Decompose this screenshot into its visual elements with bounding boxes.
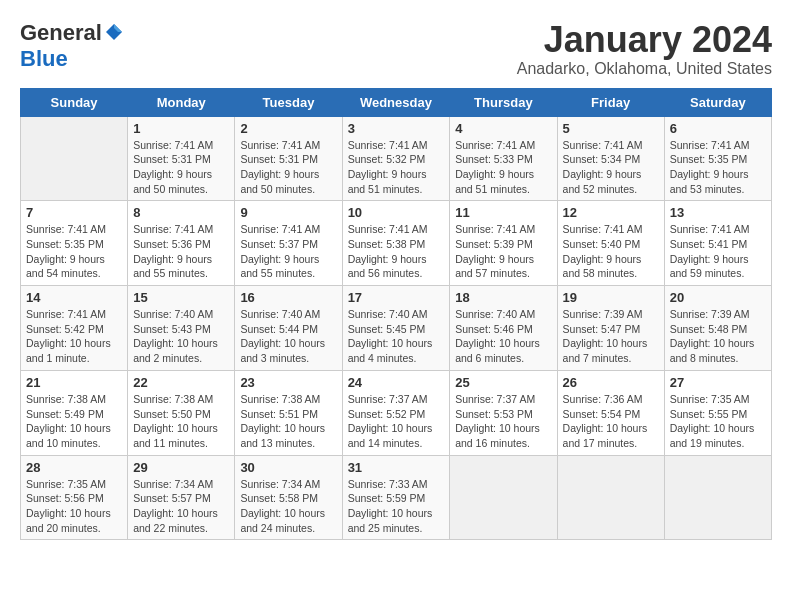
day-info: Sunrise: 7:41 AMSunset: 5:36 PMDaylight:… — [133, 222, 229, 281]
day-info-line: and 6 minutes. — [455, 351, 551, 366]
day-info: Sunrise: 7:41 AMSunset: 5:40 PMDaylight:… — [563, 222, 659, 281]
day-number: 14 — [26, 290, 122, 305]
calendar-header-row: SundayMondayTuesdayWednesdayThursdayFrid… — [21, 88, 772, 116]
day-cell: 14Sunrise: 7:41 AMSunset: 5:42 PMDayligh… — [21, 286, 128, 371]
calendar-table: SundayMondayTuesdayWednesdayThursdayFrid… — [20, 88, 772, 541]
col-header-thursday: Thursday — [450, 88, 557, 116]
day-info-line: Daylight: 9 hours — [133, 167, 229, 182]
day-info-line: and 50 minutes. — [240, 182, 336, 197]
day-cell: 25Sunrise: 7:37 AMSunset: 5:53 PMDayligh… — [450, 370, 557, 455]
week-row-1: 1Sunrise: 7:41 AMSunset: 5:31 PMDaylight… — [21, 116, 772, 201]
day-info: Sunrise: 7:37 AMSunset: 5:52 PMDaylight:… — [348, 392, 445, 451]
day-info-line: Sunrise: 7:41 AM — [563, 222, 659, 237]
day-info-line: Sunrise: 7:40 AM — [455, 307, 551, 322]
day-info-line: Sunrise: 7:41 AM — [348, 222, 445, 237]
logo-icon — [104, 22, 124, 42]
day-cell: 20Sunrise: 7:39 AMSunset: 5:48 PMDayligh… — [664, 286, 771, 371]
day-info-line: Daylight: 10 hours — [26, 421, 122, 436]
day-info-line: Daylight: 10 hours — [26, 336, 122, 351]
day-info-line: Sunrise: 7:41 AM — [26, 222, 122, 237]
day-info-line: Daylight: 10 hours — [670, 421, 766, 436]
day-info-line: Daylight: 9 hours — [348, 252, 445, 267]
day-number: 27 — [670, 375, 766, 390]
day-info-line: Sunrise: 7:41 AM — [26, 307, 122, 322]
day-cell: 13Sunrise: 7:41 AMSunset: 5:41 PMDayligh… — [664, 201, 771, 286]
day-info-line: Sunset: 5:42 PM — [26, 322, 122, 337]
day-info: Sunrise: 7:35 AMSunset: 5:56 PMDaylight:… — [26, 477, 122, 536]
day-number: 4 — [455, 121, 551, 136]
day-number: 18 — [455, 290, 551, 305]
day-info-line: Sunset: 5:38 PM — [348, 237, 445, 252]
day-info-line: and 19 minutes. — [670, 436, 766, 451]
day-number: 15 — [133, 290, 229, 305]
day-info-line: Sunrise: 7:41 AM — [240, 138, 336, 153]
day-info-line: Sunset: 5:35 PM — [26, 237, 122, 252]
day-info-line: Sunset: 5:36 PM — [133, 237, 229, 252]
day-info-line: Sunset: 5:37 PM — [240, 237, 336, 252]
day-cell: 21Sunrise: 7:38 AMSunset: 5:49 PMDayligh… — [21, 370, 128, 455]
day-info: Sunrise: 7:34 AMSunset: 5:57 PMDaylight:… — [133, 477, 229, 536]
day-info: Sunrise: 7:38 AMSunset: 5:49 PMDaylight:… — [26, 392, 122, 451]
day-info-line: and 25 minutes. — [348, 521, 445, 536]
day-info-line: Sunrise: 7:34 AM — [133, 477, 229, 492]
day-info: Sunrise: 7:40 AMSunset: 5:46 PMDaylight:… — [455, 307, 551, 366]
day-info: Sunrise: 7:41 AMSunset: 5:38 PMDaylight:… — [348, 222, 445, 281]
day-info-line: Sunset: 5:53 PM — [455, 407, 551, 422]
day-cell — [21, 116, 128, 201]
day-info-line: Daylight: 10 hours — [133, 421, 229, 436]
day-info-line: Sunset: 5:59 PM — [348, 491, 445, 506]
day-info-line: Sunset: 5:44 PM — [240, 322, 336, 337]
day-number: 24 — [348, 375, 445, 390]
day-info-line: Sunset: 5:32 PM — [348, 152, 445, 167]
day-number: 25 — [455, 375, 551, 390]
day-info-line: and 24 minutes. — [240, 521, 336, 536]
day-info: Sunrise: 7:35 AMSunset: 5:55 PMDaylight:… — [670, 392, 766, 451]
day-info: Sunrise: 7:33 AMSunset: 5:59 PMDaylight:… — [348, 477, 445, 536]
day-info-line: Sunset: 5:57 PM — [133, 491, 229, 506]
col-header-friday: Friday — [557, 88, 664, 116]
day-info-line: Daylight: 10 hours — [26, 506, 122, 521]
day-info-line: Sunset: 5:55 PM — [670, 407, 766, 422]
col-header-saturday: Saturday — [664, 88, 771, 116]
day-cell: 9Sunrise: 7:41 AMSunset: 5:37 PMDaylight… — [235, 201, 342, 286]
day-info-line: Daylight: 10 hours — [563, 336, 659, 351]
day-cell: 5Sunrise: 7:41 AMSunset: 5:34 PMDaylight… — [557, 116, 664, 201]
day-info-line: and 51 minutes. — [455, 182, 551, 197]
day-number: 21 — [26, 375, 122, 390]
day-info-line: and 2 minutes. — [133, 351, 229, 366]
day-info-line: Sunrise: 7:41 AM — [670, 138, 766, 153]
day-number: 1 — [133, 121, 229, 136]
day-info-line: Daylight: 9 hours — [348, 167, 445, 182]
day-info-line: Daylight: 9 hours — [670, 252, 766, 267]
day-info: Sunrise: 7:39 AMSunset: 5:47 PMDaylight:… — [563, 307, 659, 366]
day-number: 17 — [348, 290, 445, 305]
day-info-line: Sunrise: 7:37 AM — [348, 392, 445, 407]
week-row-5: 28Sunrise: 7:35 AMSunset: 5:56 PMDayligh… — [21, 455, 772, 540]
day-info: Sunrise: 7:40 AMSunset: 5:45 PMDaylight:… — [348, 307, 445, 366]
day-info-line: and 51 minutes. — [348, 182, 445, 197]
day-cell: 11Sunrise: 7:41 AMSunset: 5:39 PMDayligh… — [450, 201, 557, 286]
day-cell: 23Sunrise: 7:38 AMSunset: 5:51 PMDayligh… — [235, 370, 342, 455]
day-info-line: Sunrise: 7:41 AM — [240, 222, 336, 237]
day-info-line: and 1 minute. — [26, 351, 122, 366]
day-info-line: Daylight: 10 hours — [133, 506, 229, 521]
day-info: Sunrise: 7:38 AMSunset: 5:50 PMDaylight:… — [133, 392, 229, 451]
day-cell: 22Sunrise: 7:38 AMSunset: 5:50 PMDayligh… — [128, 370, 235, 455]
day-info-line: Sunrise: 7:37 AM — [455, 392, 551, 407]
day-info-line: Sunset: 5:40 PM — [563, 237, 659, 252]
day-info-line: Daylight: 10 hours — [455, 336, 551, 351]
title-area: January 2024 Anadarko, Oklahoma, United … — [517, 20, 772, 78]
day-cell — [557, 455, 664, 540]
col-header-wednesday: Wednesday — [342, 88, 450, 116]
day-info: Sunrise: 7:41 AMSunset: 5:39 PMDaylight:… — [455, 222, 551, 281]
day-info: Sunrise: 7:37 AMSunset: 5:53 PMDaylight:… — [455, 392, 551, 451]
day-info-line: Sunset: 5:51 PM — [240, 407, 336, 422]
day-cell: 19Sunrise: 7:39 AMSunset: 5:47 PMDayligh… — [557, 286, 664, 371]
day-cell: 7Sunrise: 7:41 AMSunset: 5:35 PMDaylight… — [21, 201, 128, 286]
day-info: Sunrise: 7:41 AMSunset: 5:33 PMDaylight:… — [455, 138, 551, 197]
day-info-line: Sunrise: 7:39 AM — [563, 307, 659, 322]
day-cell: 17Sunrise: 7:40 AMSunset: 5:45 PMDayligh… — [342, 286, 450, 371]
day-info-line: Daylight: 10 hours — [670, 336, 766, 351]
logo: General Blue — [20, 20, 124, 72]
day-info-line: Sunrise: 7:33 AM — [348, 477, 445, 492]
